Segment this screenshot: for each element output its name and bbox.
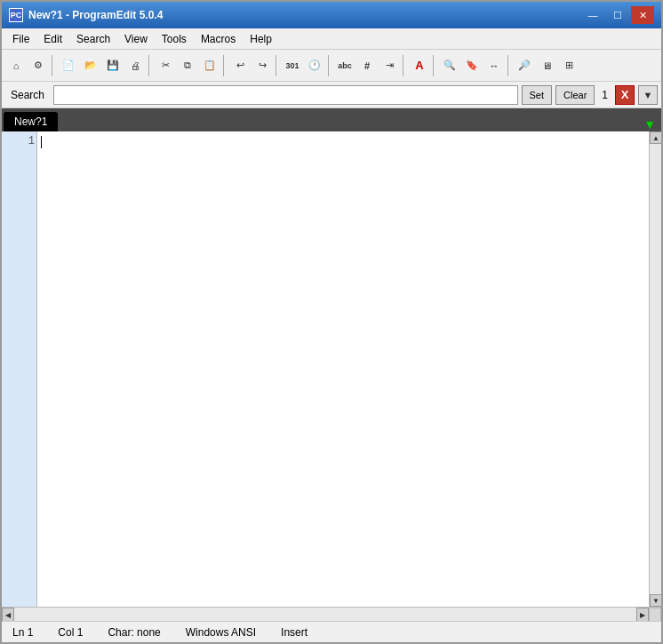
maximize-button[interactable]: ☐: [606, 6, 629, 24]
menu-view[interactable]: View: [117, 31, 155, 47]
cut-button[interactable]: ✂: [155, 55, 176, 76]
indent-button[interactable]: ⇥: [379, 55, 400, 76]
toolbar-separator-4: [276, 55, 279, 76]
menu-tools[interactable]: Tools: [155, 31, 194, 47]
menu-search[interactable]: Search: [69, 31, 117, 47]
search-close-button[interactable]: X: [615, 85, 635, 105]
toolbar-separator-2: [148, 55, 152, 76]
tab-bar: New?1 ▼: [2, 108, 661, 131]
status-line: Ln 1: [9, 626, 36, 639]
toolbar-separator-5: [328, 55, 332, 76]
editor-wrapper: 1 ▲ ▼: [2, 131, 661, 607]
search-label: Search: [5, 89, 50, 101]
scroll-left-button[interactable]: ◀: [2, 608, 14, 621]
toolbar: ⌂ ⚙ 📄 📂 💾 🖨 ✂ ⧉ 📋 ↩ ↪ 301 🕐 abc # ⇥ A 🔍 …: [2, 50, 661, 82]
gear-icon[interactable]: ⚙: [28, 55, 49, 76]
compare-button[interactable]: ⊞: [558, 55, 579, 76]
scroll-right-button[interactable]: ▶: [636, 608, 649, 621]
zoom-in-button[interactable]: 🔎: [514, 55, 535, 76]
window-controls: — ☐ ✕: [581, 6, 654, 24]
bookmark-button[interactable]: 🔖: [461, 55, 483, 76]
scroll-up-button[interactable]: ▲: [650, 131, 661, 144]
editor-container: New?1 ▼ 1 ▲ ▼: [2, 108, 661, 621]
clock-button[interactable]: 🕐: [304, 55, 325, 76]
tab-arrow-icon[interactable]: ▼: [640, 117, 659, 131]
menu-edit[interactable]: Edit: [36, 31, 69, 47]
toolbar-separator-7: [433, 55, 436, 76]
window-title: New?1 - ProgramEdit 5.0.4: [28, 9, 581, 21]
print-button[interactable]: 🖨: [124, 55, 146, 76]
toolbar-separator-1: [52, 55, 55, 76]
copy-button[interactable]: ⧉: [177, 55, 198, 76]
set-button[interactable]: Set: [522, 85, 553, 105]
title-bar: PC New?1 - ProgramEdit 5.0.4 — ☐ ✕: [2, 2, 661, 28]
scrollbar-corner: [649, 608, 661, 621]
new-file-button[interactable]: 📄: [58, 55, 79, 76]
vertical-scrollbar[interactable]: ▲ ▼: [649, 131, 661, 607]
line-counter-button[interactable]: 301: [282, 55, 303, 76]
cursor: [41, 136, 42, 148]
search-input[interactable]: [53, 85, 517, 105]
status-col: Col 1: [54, 626, 86, 639]
menu-bar: File Edit Search View Tools Macros Help: [2, 28, 661, 50]
undo-button[interactable]: ↩: [229, 55, 251, 76]
menu-help[interactable]: Help: [243, 31, 279, 47]
scroll-track[interactable]: [650, 144, 661, 594]
search-bar: Search Set Clear 1 X ▼: [2, 82, 661, 108]
redo-button[interactable]: ↪: [252, 55, 273, 76]
menu-file[interactable]: File: [5, 31, 36, 47]
toolbar-separator-3: [223, 55, 227, 76]
hash-button[interactable]: #: [356, 55, 378, 76]
status-mode: Insert: [277, 626, 311, 639]
monitor-button[interactable]: 🖥: [536, 55, 557, 76]
status-char: Char: none: [104, 626, 164, 639]
app-icon: PC: [9, 8, 23, 22]
spell-check-button[interactable]: abc: [334, 55, 355, 76]
paste-button[interactable]: 📋: [199, 55, 220, 76]
menu-macros[interactable]: Macros: [194, 31, 243, 47]
home-icon[interactable]: ⌂: [5, 55, 27, 76]
toolbar-separator-6: [403, 55, 406, 76]
search-button[interactable]: 🔍: [439, 55, 460, 76]
line-numbers: 1: [2, 131, 37, 607]
horizontal-scrollbar-container: ◀ ▶: [2, 607, 661, 621]
open-file-button[interactable]: 📂: [80, 55, 101, 76]
clear-button[interactable]: Clear: [555, 85, 595, 105]
save-file-button[interactable]: 💾: [102, 55, 124, 76]
close-button[interactable]: ✕: [631, 6, 654, 24]
scroll-down-button[interactable]: ▼: [650, 594, 661, 607]
horizontal-scrollbar[interactable]: [14, 608, 636, 621]
line-number-1: 1: [4, 135, 35, 147]
editor-area[interactable]: [37, 131, 649, 607]
tab-new1[interactable]: New?1: [4, 112, 58, 131]
status-bar: Ln 1 Col 1 Char: none Windows ANSI Inser…: [2, 621, 661, 642]
toolbar-separator-8: [507, 55, 511, 76]
replace-button[interactable]: ↔: [483, 55, 505, 76]
search-count: 1: [598, 89, 611, 101]
font-a-button[interactable]: A: [409, 55, 430, 76]
search-arrow-button[interactable]: ▼: [638, 85, 658, 105]
status-encoding: Windows ANSI: [182, 626, 260, 639]
main-window: PC New?1 - ProgramEdit 5.0.4 — ☐ ✕ File …: [0, 0, 663, 644]
minimize-button[interactable]: —: [581, 6, 604, 24]
